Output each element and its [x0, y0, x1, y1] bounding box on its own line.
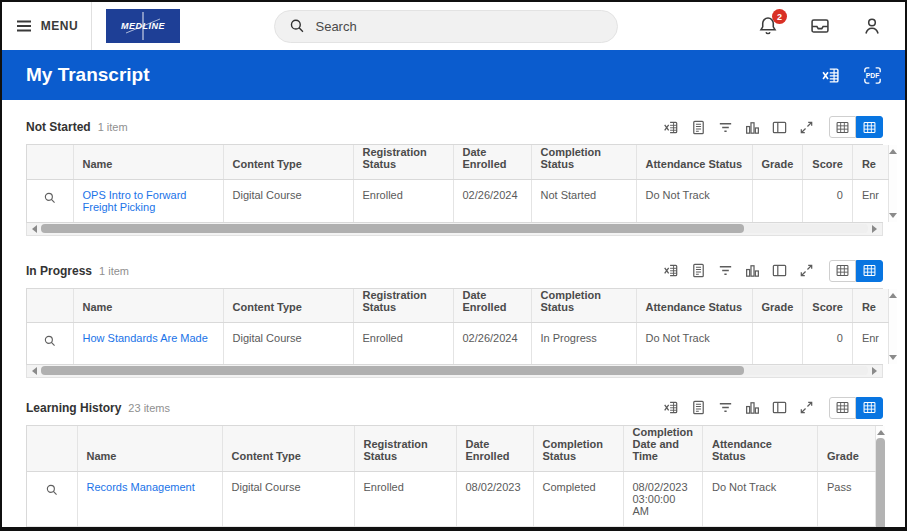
table-cell: Enrolled — [353, 323, 453, 364]
column-preferences-button[interactable] — [771, 119, 788, 136]
expand-button[interactable] — [798, 262, 815, 279]
column-header[interactable]: Completion Status — [531, 145, 636, 179]
column-header[interactable]: Grade — [818, 426, 876, 472]
column-header[interactable]: Attendance Status — [636, 289, 752, 323]
vertical-scrollbar[interactable] — [876, 426, 885, 531]
column-header[interactable]: Registration Status — [353, 145, 453, 179]
scroll-left-icon[interactable] — [32, 225, 37, 233]
table-row: OPS Intro to Forward Freight PickingDigi… — [27, 179, 889, 222]
printable-version-button[interactable] — [690, 399, 707, 416]
svg-text:MEDLINE: MEDLINE — [121, 21, 165, 31]
profile-button[interactable] — [861, 15, 883, 37]
course-link[interactable]: How Standards Are Made — [83, 332, 208, 344]
expand-button[interactable] — [798, 119, 815, 136]
search-icon — [289, 17, 305, 35]
column-header[interactable]: Name — [73, 145, 223, 179]
row-preview-button[interactable] — [27, 179, 73, 222]
menu-button[interactable]: MENU — [2, 2, 92, 50]
export-excel-button[interactable] — [821, 65, 842, 86]
application-window: MENU MEDLINE 2 — [0, 0, 907, 531]
column-header[interactable]: Completion Status — [533, 426, 623, 472]
notifications-button[interactable]: 2 — [757, 15, 779, 37]
column-header[interactable]: Score — [803, 289, 853, 323]
chart-button[interactable] — [744, 119, 761, 136]
table-cell: Enr — [852, 323, 888, 364]
row-preview-button[interactable] — [27, 323, 73, 364]
export-to-excel-button[interactable] — [663, 119, 680, 136]
scroll-left-icon[interactable] — [32, 367, 37, 375]
scroll-up-icon[interactable] — [877, 430, 885, 435]
column-header[interactable]: Re — [852, 145, 888, 179]
row-actions-column-header — [27, 289, 73, 323]
not-started-table: NameContent TypeRegistration StatusDate … — [26, 144, 883, 223]
column-preferences-button[interactable] — [771, 262, 788, 279]
horizontal-scrollbar[interactable] — [26, 365, 883, 378]
horizontal-scrollbar[interactable] — [26, 223, 883, 236]
course-link[interactable]: OPS Intro to Forward Freight Picking — [83, 189, 187, 213]
column-header[interactable]: Registration Status — [353, 289, 453, 323]
vertical-scrollbar[interactable] — [889, 145, 897, 222]
grid-view-button[interactable] — [829, 116, 856, 138]
column-header[interactable]: Content Type — [222, 426, 354, 472]
column-preferences-button[interactable] — [771, 399, 788, 416]
scroll-down-icon[interactable] — [889, 213, 897, 218]
export-to-excel-button[interactable] — [663, 262, 680, 279]
scrollbar-thumb[interactable] — [41, 224, 744, 233]
export-to-excel-button[interactable] — [663, 399, 680, 416]
topbar-actions: 2 — [757, 15, 905, 37]
filter-button[interactable] — [717, 399, 734, 416]
grid-view-active-button[interactable] — [856, 397, 883, 419]
column-header[interactable]: Attendance Status — [636, 145, 752, 179]
name-cell: How Standards Are Made — [73, 323, 223, 364]
column-header[interactable]: Name — [73, 289, 223, 323]
grid-view-active-button[interactable] — [856, 260, 883, 282]
medline-logo[interactable]: MEDLINE — [106, 9, 180, 43]
grid-view-button[interactable] — [829, 397, 856, 419]
column-header[interactable]: Content Type — [223, 289, 353, 323]
filter-button[interactable] — [717, 262, 734, 279]
scroll-down-icon[interactable] — [889, 355, 897, 360]
column-header[interactable]: Content Type — [223, 145, 353, 179]
column-header[interactable]: Date Enrolled — [453, 145, 531, 179]
learning-history-table: NameContent TypeRegistration StatusDate … — [26, 425, 883, 531]
column-header[interactable]: Registration Status — [354, 426, 456, 472]
column-header[interactable]: Completion Status — [531, 289, 636, 323]
table-cell: Completed — [533, 471, 623, 526]
column-header[interactable]: Re — [852, 289, 888, 323]
scroll-right-icon[interactable] — [872, 225, 877, 233]
printable-version-button[interactable] — [690, 119, 707, 136]
vertical-scrollbar[interactable] — [889, 289, 897, 364]
scrollbar-thumb[interactable] — [41, 366, 744, 375]
scroll-up-icon[interactable] — [889, 149, 897, 154]
expand-button[interactable] — [798, 399, 815, 416]
scrollbar-thumb[interactable] — [876, 438, 885, 531]
column-header[interactable]: Name — [77, 426, 222, 472]
table-cell: Not Started — [531, 179, 636, 222]
column-header[interactable]: Score — [803, 145, 853, 179]
export-pdf-button[interactable]: PDF — [862, 65, 883, 86]
printable-version-button[interactable] — [690, 262, 707, 279]
search-input[interactable] — [315, 19, 603, 34]
column-header[interactable]: Grade — [752, 289, 803, 323]
in-progress-table: NameContent TypeRegistration StatusDate … — [26, 288, 883, 365]
scroll-right-icon[interactable] — [872, 367, 877, 375]
row-preview-button[interactable] — [27, 471, 77, 526]
filter-button[interactable] — [717, 119, 734, 136]
grid-view-button[interactable] — [829, 260, 856, 282]
column-header[interactable]: Grade — [752, 145, 803, 179]
chart-button[interactable] — [744, 399, 761, 416]
global-search[interactable] — [274, 10, 618, 43]
svg-text:PDF: PDF — [866, 72, 880, 79]
table-toolbar — [663, 260, 883, 282]
scroll-up-icon[interactable] — [889, 293, 897, 298]
row-preview-button[interactable] — [27, 526, 77, 531]
chart-button[interactable] — [744, 262, 761, 279]
column-header[interactable]: Completion Date and Time — [623, 426, 703, 472]
column-header[interactable]: Attendance Status — [703, 426, 818, 472]
inbox-button[interactable] — [809, 15, 831, 37]
grid-view-active-button[interactable] — [856, 116, 883, 138]
column-header[interactable]: Date Enrolled — [456, 426, 533, 472]
table-cell: 08/02/2023 — [456, 526, 533, 531]
course-link[interactable]: Records Management — [87, 481, 195, 493]
column-header[interactable]: Date Enrolled — [453, 289, 531, 323]
